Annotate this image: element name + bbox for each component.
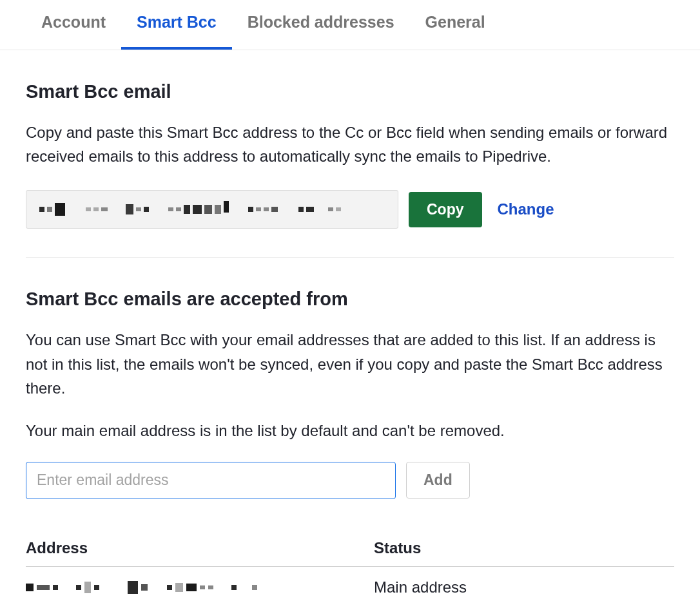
section-desc-smart-bcc-email: Copy and paste this Smart Bcc address to… [26, 120, 674, 168]
section-title-smart-bcc-email: Smart Bcc email [26, 81, 674, 102]
tab-smart-bcc[interactable]: Smart Bcc [121, 0, 232, 50]
redacted-email-address [26, 581, 374, 594]
email-address-input[interactable] [26, 462, 396, 499]
table-header: Address Status [26, 530, 674, 567]
table-header-address: Address [26, 539, 374, 557]
smart-bcc-email-section: Smart Bcc email Copy and paste this Smar… [26, 50, 674, 258]
table-header-status: Status [374, 539, 674, 557]
table-cell-status: Main address [374, 578, 674, 596]
add-email-row: Add [26, 462, 674, 499]
table-row: Main address [26, 567, 674, 599]
redacted-bcc-address [39, 203, 385, 216]
tab-blocked-addresses[interactable]: Blocked addresses [232, 0, 410, 50]
copy-button[interactable]: Copy [409, 192, 482, 227]
tab-account[interactable]: Account [26, 0, 121, 50]
email-addresses-table: Address Status [26, 530, 674, 599]
section-desc-accepted-from: You can use Smart Bcc with your email ad… [26, 328, 674, 400]
bcc-address-row: Copy Change [26, 190, 674, 258]
section-note-main-address: Your main email address is in the list b… [26, 422, 674, 440]
table-cell-address [26, 581, 374, 594]
tab-general[interactable]: General [410, 0, 501, 50]
settings-tabs: Account Smart Bcc Blocked addresses Gene… [0, 0, 700, 50]
add-button[interactable]: Add [406, 462, 470, 499]
change-link[interactable]: Change [492, 200, 554, 218]
accepted-from-section: Smart Bcc emails are accepted from You c… [26, 258, 674, 599]
bcc-address-field [26, 190, 398, 229]
section-title-accepted-from: Smart Bcc emails are accepted from [26, 289, 674, 310]
